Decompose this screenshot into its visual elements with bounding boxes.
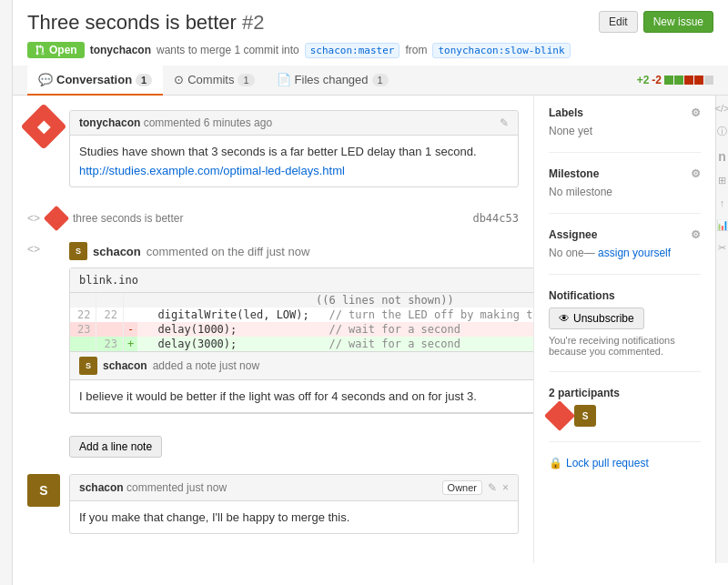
inline-comment-header: S schacon added a note just now Owner ✎ … xyxy=(70,352,533,380)
diff-icon-left: <> xyxy=(27,242,60,467)
main-content: Three seconds is better #2 Open tonychac… xyxy=(13,0,728,585)
info-icon[interactable]: ⓘ xyxy=(717,125,727,138)
participant-avatar-1 xyxy=(544,400,575,431)
study-link[interactable]: http://studies.example.com/optimal-led-d… xyxy=(79,164,345,177)
eye-icon: 👁 xyxy=(559,312,570,325)
comment-header-bottom: schacon commented just now Owner ✎ × xyxy=(70,475,518,501)
inline-comment-body: I believe it would be better if the ligh… xyxy=(70,380,533,412)
assignee-section: Assignee ⚙ No one— assign yourself xyxy=(549,228,701,275)
diff-line-removed: 23 - delay(1000); // wait for a second xyxy=(70,322,533,337)
participants-section: 2 participants S xyxy=(549,387,701,442)
schacon-inline-avatar: S xyxy=(79,357,97,375)
diff-sq-green-1 xyxy=(664,76,673,85)
participants-header: 2 participants xyxy=(549,387,701,399)
sidebar: Labels ⚙ None yet Milestone ⚙ No milesto… xyxy=(533,96,715,563)
comment-content-bottom: If you make that change, I'll be happy t… xyxy=(70,501,518,533)
comment-header-1: tonychacon commented 6 minutes ago ✎ xyxy=(70,111,518,136)
status-badge: Open xyxy=(27,42,85,58)
assignee-header: Assignee ⚙ xyxy=(549,228,701,241)
right-icon-bar: </> ⓘ n ⊞ ↑ 📊 ✂ xyxy=(715,96,728,563)
page-header: Three seconds is better #2 Open tonychac… xyxy=(13,0,728,66)
add-line-note-button[interactable]: Add a line note xyxy=(69,436,162,458)
lock-icon: 🔒 xyxy=(549,457,562,469)
edit-comment-icon[interactable]: ✎ xyxy=(500,116,509,129)
milestone-value: No milestone xyxy=(549,186,701,198)
files-icon: 📄 xyxy=(277,73,291,86)
code-icon[interactable]: </> xyxy=(715,103,728,114)
new-issue-button[interactable]: New issue xyxy=(643,11,713,33)
diff-comment-meta: S schacon commented on the diff just now… xyxy=(69,242,533,467)
inline-comment: S schacon added a note just now Owner ✎ … xyxy=(70,351,533,413)
header-actions: Edit New issue xyxy=(599,11,713,33)
diff-file-header: blink.ino View full changes xyxy=(70,268,533,293)
assign-yourself-link[interactable]: assign yourself xyxy=(598,247,671,259)
from-text: from xyxy=(405,44,427,56)
graph-icon[interactable]: ⊞ xyxy=(718,175,726,187)
content-area: ◆ tonychacon commented 6 minutes ago ✎ xyxy=(13,96,728,563)
diff-sq-red-2 xyxy=(694,76,703,85)
diff-comment-schacon: <> S schacon commented on the diff just … xyxy=(27,242,519,467)
diff-sq-red-1 xyxy=(684,76,693,85)
notifications-header: Notifications xyxy=(549,289,701,302)
unsubscribe-button[interactable]: 👁 Unsubscribe xyxy=(549,308,644,329)
github-icon[interactable]: n xyxy=(718,149,726,164)
comment-content-1: Studies have shown that 3 seconds is a f… xyxy=(70,136,518,187)
close-bottom-icon[interactable]: × xyxy=(502,481,509,494)
upload-icon[interactable]: ↑ xyxy=(720,197,725,208)
tonychacon-avatar: ◆ xyxy=(27,110,60,143)
pr-action: wants to merge 1 commit into xyxy=(157,44,299,56)
timeline: ◆ tonychacon commented 6 minutes ago ✎ xyxy=(13,96,533,563)
tab-files-changed[interactable]: 📄 Files changed 1 xyxy=(266,66,399,96)
diff-line-context: 22 22 digitalWrite(led, LOW); // turn th… xyxy=(70,308,533,322)
diff-expand-row: ((6 lines not shown)) xyxy=(70,293,533,308)
title-area: Three seconds is better #2 Open tonychac… xyxy=(27,11,571,58)
milestone-section: Milestone ⚙ No milestone xyxy=(549,167,701,214)
base-branch[interactable]: schacon:master xyxy=(305,43,400,58)
participant-avatar-2: S xyxy=(574,405,596,427)
conversation-icon: 💬 xyxy=(38,73,53,86)
participants-list: S xyxy=(549,405,701,427)
comment-body-1: tonychacon commented 6 minutes ago ✎ Stu… xyxy=(69,110,519,187)
diff-sq-green-2 xyxy=(674,76,683,85)
lock-section: 🔒 Lock pull request xyxy=(549,457,701,484)
schacon-small-avatar: S xyxy=(69,242,87,260)
commit-diamond xyxy=(44,206,69,231)
diff-file: blink.ino View full changes xyxy=(69,267,533,414)
diff-comment-header: S schacon commented on the diff just now xyxy=(69,242,533,260)
assignee-value: No one— assign yourself xyxy=(549,247,701,259)
schacon-bottom-avatar: S xyxy=(27,474,60,507)
page-title: Three seconds is better #2 xyxy=(27,11,571,35)
head-branch[interactable]: tonychacon:slow-blink xyxy=(432,43,570,58)
edit-button[interactable]: Edit xyxy=(599,11,638,33)
pr-meta: Open tonychacon wants to merge 1 commit … xyxy=(27,42,571,58)
left-sidebar xyxy=(0,0,13,585)
milestone-header: Milestone ⚙ xyxy=(549,167,701,180)
labels-gear-icon[interactable]: ⚙ xyxy=(691,106,701,119)
milestone-gear-icon[interactable]: ⚙ xyxy=(691,167,701,180)
assignee-gear-icon[interactable]: ⚙ xyxy=(691,228,701,241)
diff-icon: <> xyxy=(27,212,40,225)
chart-icon[interactable]: 📊 xyxy=(716,219,729,231)
labels-header: Labels ⚙ xyxy=(549,106,701,119)
notifications-section: Notifications 👁 Unsubscribe You're recei… xyxy=(549,289,701,372)
diff-bar xyxy=(664,76,713,85)
tab-commits[interactable]: ⊙ Commits 1 xyxy=(163,66,265,96)
edit-bottom-icon[interactable]: ✎ xyxy=(488,481,497,494)
commit-line: <> three seconds is better db44c53 xyxy=(27,202,519,235)
labels-value: None yet xyxy=(549,125,701,137)
lock-pull-request-link[interactable]: 🔒 Lock pull request xyxy=(549,457,701,469)
tab-conversation[interactable]: 💬 Conversation 1 xyxy=(27,66,163,96)
labels-section: Labels ⚙ None yet xyxy=(549,106,701,153)
comment-schacon-bottom: S schacon commented just now Owner ✎ xyxy=(27,474,519,534)
tab-bar: 💬 Conversation 1 ⊙ Commits 1 📄 Files cha… xyxy=(13,66,728,96)
owner-badge-bottom: Owner xyxy=(442,480,482,495)
diff-line-added: 23 + delay(3000); // wait for a second xyxy=(70,337,533,351)
commits-icon: ⊙ xyxy=(174,73,184,86)
diff-sq-gray-1 xyxy=(704,76,713,85)
diff-stats: +2 -2 xyxy=(637,74,713,86)
diff-table: ((6 lines not shown)) 22 22 digitalWrite… xyxy=(70,293,533,351)
notification-description: You're receiving notifications because y… xyxy=(549,335,701,357)
pr-author: tonychacon xyxy=(90,44,151,56)
comment-tonychacon: ◆ tonychacon commented 6 minutes ago ✎ xyxy=(27,110,519,187)
tool-icon[interactable]: ✂ xyxy=(718,242,726,254)
